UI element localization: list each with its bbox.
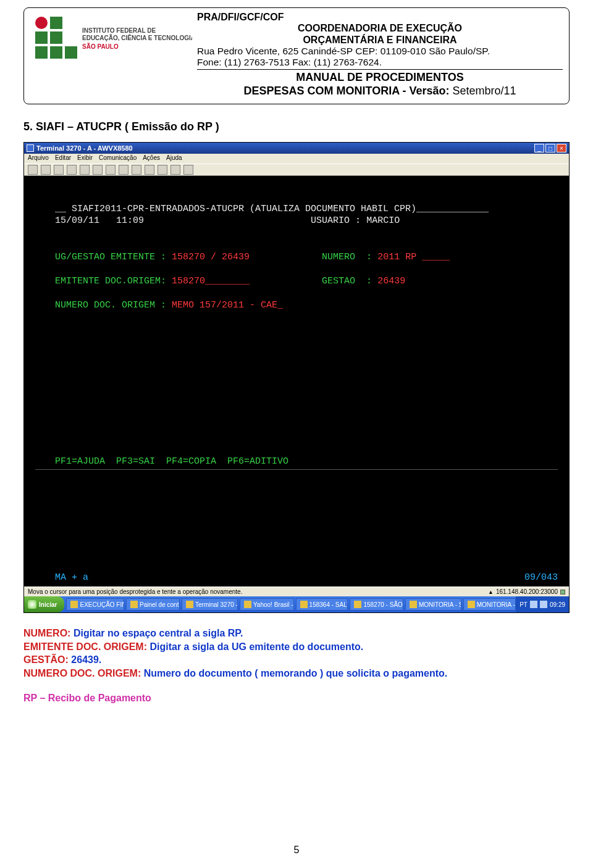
taskbar-item[interactable]: Yahoo! Brasil - … [240, 598, 294, 611]
menu-acoes[interactable]: Ações [143, 154, 160, 163]
gestao-value[interactable]: 26439 [377, 276, 405, 286]
toolbar-button[interactable] [119, 165, 128, 175]
app-icon [300, 601, 308, 608]
screen-heading: __ SIAFI2011-CPR-ENTRADADOS-ATUCPR (ATUA… [55, 204, 489, 214]
terminal-screen[interactable]: __ SIAFI2011-CPR-ENTRADADOS-ATUCPR (ATUA… [24, 176, 569, 571]
windows-taskbar: Iniciar EXECUÇÃO FIN… Painel de contr… T… [24, 596, 569, 612]
scroll-up-icon[interactable]: ▲ [488, 589, 494, 595]
institution-logo: INSTITUTO FEDERAL DE EDUCAÇÃO, CIÊNCIA E… [30, 12, 197, 69]
toolbar-button[interactable] [145, 165, 154, 175]
coord-line-2: ORÇAMENTÁRIA E FINANCEIRA [197, 35, 563, 46]
toolbar-button[interactable] [93, 165, 103, 175]
menu-editar[interactable]: Editar [55, 154, 71, 163]
usuario-value: MARCIO [366, 215, 400, 226]
taskbar-item-label: 158364 - SALTO [309, 601, 348, 608]
label-emitente: EMITENTE DOC. ORIGEM: [23, 641, 147, 652]
taskbar-item[interactable]: Painel de contr… [126, 598, 180, 611]
dept-path: PRA/DFI/GCF/COF [197, 12, 563, 23]
start-button[interactable]: Iniciar [24, 596, 64, 612]
status-left: MA + a [55, 572, 88, 583]
taskbar-item[interactable]: MONITORIA - S… [405, 598, 461, 611]
taskbar-item-label: MONITORIA - S… [419, 601, 461, 608]
tray-icon[interactable] [540, 601, 547, 608]
numdoc-value[interactable]: MEMO 157/2011 - CAE_ [172, 300, 283, 311]
svg-rect-4 [35, 46, 48, 59]
coord-line-1: COORDENADORIA DE EXECUÇÃO [197, 23, 563, 34]
toolbar-button[interactable] [28, 165, 38, 175]
app-icon [186, 601, 193, 608]
tray-clock[interactable]: 09:29 [550, 601, 565, 608]
taskbar-item-label: Painel de contr… [140, 601, 180, 608]
svg-text:SÃO PAULO: SÃO PAULO [82, 43, 119, 50]
toolbar-button[interactable] [54, 165, 64, 175]
toolbar-button[interactable] [158, 165, 167, 175]
section-title: 5. SIAFI – ATUCPR ( Emissão do RP ) [23, 120, 570, 133]
svg-text:INSTITUTO FEDERAL DE: INSTITUTO FEDERAL DE [82, 27, 156, 34]
taskbar-item[interactable]: 158364 - SALTO [296, 598, 348, 611]
windows-logo-icon [28, 600, 36, 609]
close-button[interactable]: × [557, 144, 566, 152]
start-label: Iniciar [39, 601, 57, 608]
numero-value[interactable]: 2011 RP _____ [377, 252, 450, 262]
manual-sub-prefix: DESPESAS COM MONITORIA - Versão: [243, 85, 452, 97]
minimize-button[interactable]: _ [534, 144, 544, 152]
rp-definition: RP – Recibo de Pagamento [23, 691, 570, 705]
header-divider [197, 69, 563, 70]
toolbar-button[interactable] [132, 165, 141, 175]
svg-point-0 [35, 17, 48, 29]
instruction-line: NUMERO DOC. ORIGEM: Numero do documento … [23, 667, 570, 680]
text-gestao: 26439. [69, 654, 101, 665]
emitente-value[interactable]: 158270________ [172, 276, 250, 286]
toolbar-button[interactable] [106, 165, 116, 175]
taskbar-item[interactable]: MONITORIA - … [463, 598, 516, 611]
taskbar-item[interactable]: Terminal 3270 - … [182, 598, 238, 611]
page-number: 5 [294, 845, 300, 856]
toolbar [24, 164, 569, 176]
instruction-line: GESTÃO: 26439. [23, 653, 570, 667]
svg-rect-3 [50, 31, 62, 44]
address-line: Rua Pedro Vicente, 625 Canindé-SP CEP: 0… [197, 46, 563, 57]
instructions-block: NUMERO: Digitar no espaço central a sigl… [23, 627, 570, 704]
instruction-line: EMITENTE DOC. ORIGEM: Digitar a sigla da… [23, 640, 570, 654]
ip-address: 161.148.40.200:23000 [496, 588, 558, 595]
tray-icon[interactable] [530, 601, 537, 608]
toolbar-button[interactable] [80, 165, 90, 175]
maximize-button[interactable]: □ [545, 144, 555, 152]
taskbar-item[interactable]: 158270 - SÃO … [350, 598, 403, 611]
svg-rect-6 [65, 46, 77, 59]
status-right: 09/043 [524, 572, 558, 583]
emitente-label: EMITENTE DOC.ORIGEM: [55, 276, 166, 286]
tray-language[interactable]: PT [519, 601, 528, 608]
menu-exibir[interactable]: Exibir [77, 154, 93, 163]
numdoc-label: NUMERO DOC. ORIGEM : [55, 300, 166, 311]
message-bar: Mova o cursor para uma posição desproteg… [24, 586, 569, 596]
app-icon [70, 601, 78, 608]
menu-arquivo[interactable]: Arquivo [28, 154, 49, 163]
menu-comunicacao[interactable]: Comunicação [99, 154, 137, 163]
usuario-label: USUARIO : [311, 215, 361, 226]
ug-gestao-value: 158270 / 26439 [172, 252, 250, 262]
gestao-label: GESTAO : [322, 276, 372, 286]
label-numero: NUMERO: [23, 628, 70, 638]
text-emitente: Digitar a sigla da UG emitente do docume… [147, 641, 363, 652]
header-text-block: PRA/DFI/GCF/COF COORDENADORIA DE EXECUÇÃ… [197, 12, 563, 98]
toolbar-button[interactable] [41, 165, 51, 175]
screen-date: 15/09/11 [55, 215, 99, 226]
toolbar-button[interactable] [67, 165, 77, 175]
taskbar-item[interactable]: EXECUÇÃO FIN… [66, 598, 124, 611]
menu-ajuda[interactable]: Ajuda [166, 154, 182, 163]
menu-bar: Arquivo Editar Exibir Comunicação Ações … [24, 154, 569, 164]
system-tray[interactable]: PT 09:29 [516, 596, 569, 612]
app-icon [27, 144, 34, 152]
label-gestao: GESTÃO: [23, 654, 69, 665]
instruction-line: NUMERO: Digitar no espaço central a sigl… [23, 627, 570, 640]
toolbar-button[interactable] [170, 165, 180, 175]
toolbar-button[interactable] [183, 165, 193, 175]
window-title: Terminal 3270 - A - AWVX8580 [36, 144, 533, 152]
app-icon [354, 601, 361, 608]
app-icon [130, 601, 138, 608]
manual-version: Setembro/11 [453, 85, 516, 97]
screen-time: 11:09 [116, 215, 144, 226]
window-titlebar[interactable]: Terminal 3270 - A - AWVX8580 _ □ × [24, 143, 569, 154]
app-icon [244, 601, 251, 608]
